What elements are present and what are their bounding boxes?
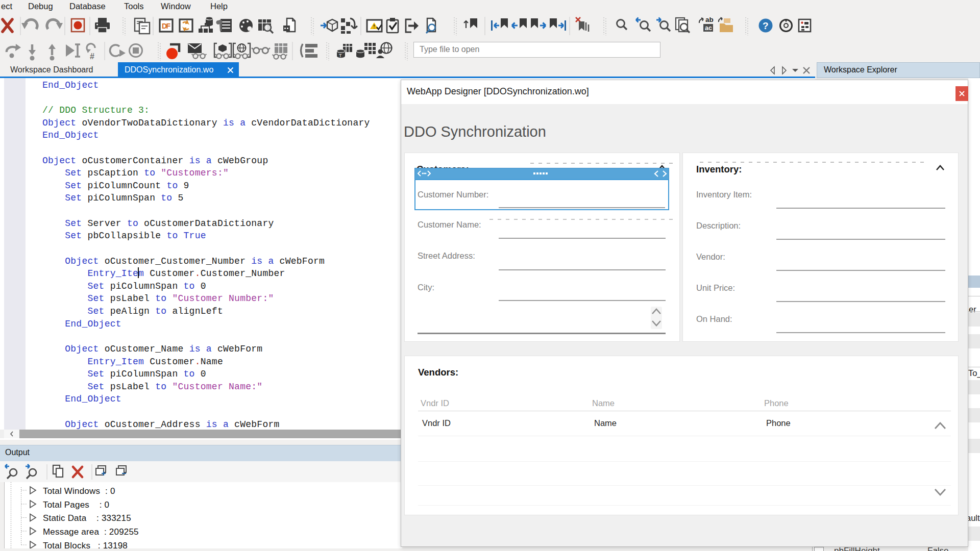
svg-text:ab: ab (705, 16, 714, 23)
svg-text:?: ? (763, 20, 769, 31)
svg-text:#: # (90, 52, 94, 61)
svg-text:T: T (339, 53, 342, 58)
svg-text:ac: ac (705, 24, 712, 32)
svg-text:DF: DF (162, 22, 171, 30)
